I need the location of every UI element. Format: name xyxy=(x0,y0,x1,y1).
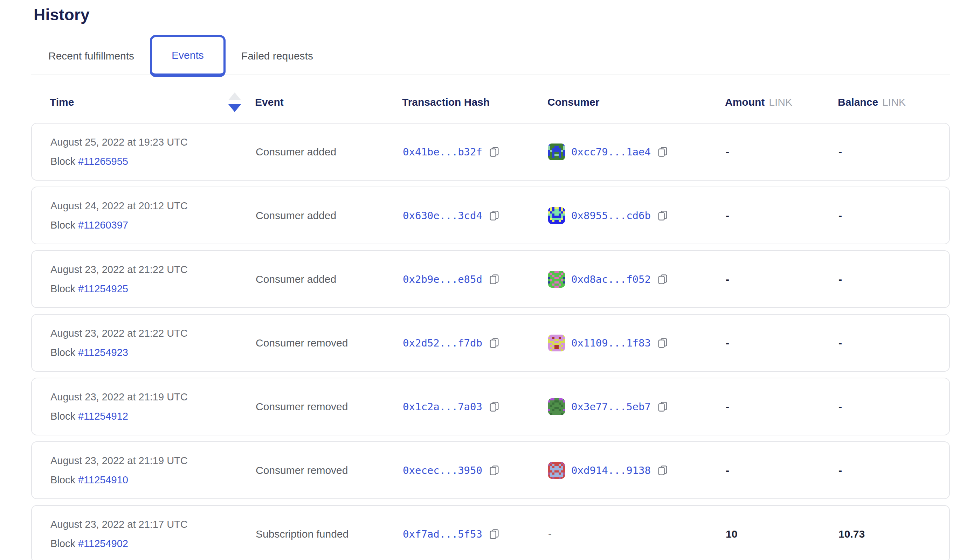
consumer-cell: 0xd914...9138 xyxy=(548,462,726,479)
copy-icon xyxy=(488,465,500,476)
consumer-address-link[interactable]: 0xd914...9138 xyxy=(571,465,651,477)
page-title: History xyxy=(33,5,90,25)
copy-consumer-address-button[interactable] xyxy=(657,337,668,348)
consumer-identity: 0xd914...9138 xyxy=(548,462,726,479)
sort-descending-icon[interactable] xyxy=(228,92,241,112)
transaction-hash-cell: 0x41be...b32f xyxy=(403,146,548,158)
table-header-row: Time Event Transaction Hash Consumer Amo… xyxy=(31,87,950,118)
copy-transaction-hash-button[interactable] xyxy=(488,528,500,540)
column-header-consumer[interactable]: Consumer xyxy=(547,96,725,108)
column-header-transaction-hash[interactable]: Transaction Hash xyxy=(402,96,547,108)
event-type: Consumer removed xyxy=(256,401,348,412)
amount-value: 10 xyxy=(726,528,737,540)
block-number-link[interactable]: #11254902 xyxy=(78,538,128,549)
consumer-identicon xyxy=(548,143,565,160)
consumer-identity: 0x3e77...5eb7 xyxy=(548,398,726,415)
consumer-cell: 0x8955...cd6b xyxy=(548,207,726,224)
amount-value: - xyxy=(726,337,729,348)
copy-consumer-address-button[interactable] xyxy=(657,210,668,221)
block-label: Block xyxy=(50,220,75,231)
table-row: August 23, 2022 at 21:22 UTC Block #1125… xyxy=(31,250,950,308)
consumer-identicon xyxy=(548,398,565,415)
consumer-cell: 0x3e77...5eb7 xyxy=(548,398,726,415)
copy-consumer-address-button[interactable] xyxy=(657,465,668,476)
transaction-hash-link[interactable]: 0xecec...3950 xyxy=(403,465,482,477)
tab-failed-requests[interactable]: Failed requests xyxy=(241,50,313,62)
block-number-link[interactable]: #11254912 xyxy=(78,410,128,422)
block-label: Block xyxy=(50,156,75,167)
tab-recent-fulfillments[interactable]: Recent fulfillments xyxy=(48,50,134,62)
time-cell: August 23, 2022 at 21:22 UTC Block #1125… xyxy=(50,264,256,295)
consumer-address-link[interactable]: 0x3e77...5eb7 xyxy=(571,401,651,413)
transaction-hash-cell: 0x2b9e...e85d xyxy=(403,273,548,285)
column-header-event[interactable]: Event xyxy=(255,96,402,108)
event-timestamp: August 23, 2022 at 21:22 UTC xyxy=(50,328,256,339)
block-label: Block xyxy=(50,283,75,294)
events-table-body: August 25, 2022 at 19:23 UTC Block #1126… xyxy=(31,123,950,560)
block-number-link[interactable]: #11254925 xyxy=(78,283,128,294)
block-number-link[interactable]: #11265955 xyxy=(78,156,128,167)
amount-cell: - xyxy=(726,146,839,158)
balance-value: - xyxy=(839,465,842,476)
block-line: Block #11254902 xyxy=(50,538,256,550)
transaction-hash-link[interactable]: 0x2b9e...e85d xyxy=(403,273,482,285)
block-number-link[interactable]: #11260397 xyxy=(78,220,128,231)
copy-transaction-hash-button[interactable] xyxy=(488,274,500,285)
copy-transaction-hash-button[interactable] xyxy=(488,210,500,221)
consumer-address-link[interactable]: 0x8955...cd6b xyxy=(571,210,651,222)
consumer-identity: 0x1109...1f83 xyxy=(548,335,726,352)
copy-transaction-hash-button[interactable] xyxy=(488,337,500,348)
transaction-hash-link[interactable]: 0x630e...3cd4 xyxy=(403,210,482,222)
transaction-hash-link[interactable]: 0xf7ad...5f53 xyxy=(403,528,482,540)
transaction-hash-cell: 0xecec...3950 xyxy=(403,465,548,477)
time-cell: August 23, 2022 at 21:17 UTC Block #1125… xyxy=(50,519,256,550)
copy-icon xyxy=(657,337,668,348)
copy-transaction-hash-button[interactable] xyxy=(488,146,500,158)
column-header-time[interactable]: Time xyxy=(50,92,255,112)
copy-icon xyxy=(488,401,500,412)
amount-cell: - xyxy=(726,465,839,477)
balance-cell: - xyxy=(839,210,949,222)
event-cell: Consumer added xyxy=(256,210,403,222)
copy-icon xyxy=(657,146,668,158)
event-type: Consumer added xyxy=(256,273,336,285)
copy-consumer-address-button[interactable] xyxy=(657,146,668,158)
consumer-identicon xyxy=(548,271,565,288)
consumer-identity: 0x8955...cd6b xyxy=(548,207,726,224)
amount-value: - xyxy=(726,273,729,285)
event-timestamp: August 25, 2022 at 19:23 UTC xyxy=(50,137,256,148)
tab-events[interactable]: Events xyxy=(150,35,226,77)
event-timestamp: August 24, 2022 at 20:12 UTC xyxy=(50,200,256,212)
consumer-identicon xyxy=(548,462,565,479)
block-number-link[interactable]: #11254923 xyxy=(78,347,128,358)
copy-icon xyxy=(488,210,500,221)
transaction-hash-link[interactable]: 0x2d52...f7db xyxy=(403,337,482,349)
consumer-address-link[interactable]: 0x1109...1f83 xyxy=(571,337,651,349)
copy-consumer-address-button[interactable] xyxy=(657,401,668,412)
table-row: August 24, 2022 at 20:12 UTC Block #1126… xyxy=(31,187,950,244)
column-header-amount[interactable]: Amount LINK xyxy=(725,96,838,108)
balance-value: - xyxy=(839,401,842,412)
tab-bar: Recent fulfillments Events Failed reques… xyxy=(48,35,313,77)
table-row: August 25, 2022 at 19:23 UTC Block #1126… xyxy=(31,123,950,181)
balance-value: - xyxy=(839,146,842,158)
consumer-address-link[interactable]: 0xd8ac...f052 xyxy=(571,273,651,285)
balance-value: - xyxy=(839,337,842,348)
balance-unit-label: LINK xyxy=(882,96,906,108)
copy-transaction-hash-button[interactable] xyxy=(488,401,500,412)
amount-value: - xyxy=(726,146,729,158)
copy-transaction-hash-button[interactable] xyxy=(488,465,500,476)
event-cell: Consumer added xyxy=(256,273,403,285)
transaction-hash-link[interactable]: 0x1c2a...7a03 xyxy=(403,401,482,413)
block-number-link[interactable]: #11254910 xyxy=(78,474,128,485)
consumer-address-link[interactable]: 0xcc79...1ae4 xyxy=(571,146,651,158)
transaction-hash-link[interactable]: 0x41be...b32f xyxy=(403,146,482,158)
event-timestamp: August 23, 2022 at 21:19 UTC xyxy=(50,455,256,467)
column-header-balance[interactable]: Balance LINK xyxy=(838,96,950,108)
copy-icon xyxy=(657,401,668,412)
event-timestamp: August 23, 2022 at 21:19 UTC xyxy=(50,391,256,403)
event-timestamp: August 23, 2022 at 21:17 UTC xyxy=(50,519,256,530)
time-cell: August 23, 2022 at 21:19 UTC Block #1125… xyxy=(50,391,256,422)
event-type: Consumer added xyxy=(256,146,336,158)
copy-consumer-address-button[interactable] xyxy=(657,274,668,285)
